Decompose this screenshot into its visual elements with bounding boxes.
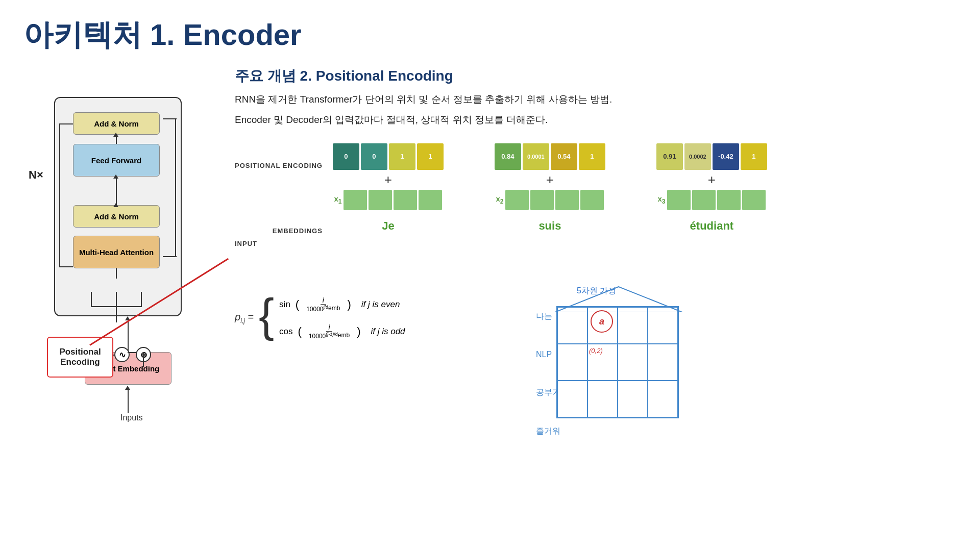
concept-title: 주요 개념 2. Positional Encoding (235, 66, 960, 86)
formula-cases: sin ( i 10000j/demb ) if j is even cos (… (279, 296, 405, 340)
enc-cell-2-2: 0.0001 (523, 143, 549, 170)
formula-cond-1: if j is even (361, 299, 400, 310)
plus-1: + (384, 172, 392, 188)
positional-encoding-label: POSITIONAL ENCODING (235, 147, 323, 184)
close-paren-2: ) (357, 325, 360, 338)
embeddings-label: EMBEDDINGS (235, 227, 323, 235)
multi-head-attention-block: Multi-Head Attention (73, 236, 160, 268)
plus-2: + (546, 172, 554, 188)
enc-cell-3-2: 0.0002 (684, 143, 711, 170)
x1-label: x1 (334, 194, 341, 205)
enc-bars-1: 0 0 1 1 (333, 143, 444, 170)
formula-sin: sin (279, 299, 290, 310)
sketch-coord: (0,2) (589, 347, 603, 355)
enc-cell-2-1: 0.84 (495, 143, 521, 170)
enc-cell-1-3: 1 (389, 143, 415, 170)
x3-label: x3 (657, 194, 665, 205)
enc-bars-3: 0.91 0.0002 -0.42 1 (656, 143, 767, 170)
enc-cell-1-1: 0 (333, 143, 359, 170)
sketch-grid-inner: a (0,2) (557, 307, 678, 417)
feed-forward-block: Feed Forward (73, 144, 160, 177)
formula-lhs: pi,j = (235, 311, 254, 324)
input-row: INPUT (235, 240, 960, 247)
open-paren-1: ( (296, 298, 299, 311)
sketch-circle: a (591, 310, 613, 333)
emb-row-3: x3 (657, 190, 766, 210)
formula-frac-2: i 10000(j-1)/demb (307, 323, 352, 340)
enc-bars-2: 0.84 0.0001 0.54 1 (495, 143, 605, 170)
add-norm-top-block: Add & Norm (73, 112, 160, 135)
enc-cell-2-4: 1 (579, 143, 605, 170)
sketch-area: 5차원 가정 나는 NLP 공부가 즐거워 a (0,2) (536, 286, 720, 480)
input-label: INPUT (235, 240, 257, 247)
formula-case-1: sin ( i 10000j/demb ) if j is even (279, 296, 405, 313)
formula-cos: cos (279, 327, 292, 337)
sketch-label-4: 즐거워 (536, 426, 560, 437)
wave-symbol: ∿ (114, 347, 130, 362)
enc-cell-3-3: -0.42 (713, 143, 739, 170)
formula-section: pi,j = { sin ( i 10000j/demb ) if j is e… (235, 296, 521, 340)
concept-title-highlight: Positional Encoding (316, 68, 453, 84)
right-content: 주요 개념 2. Positional Encoding RNN을 제거한 Tr… (235, 66, 960, 247)
svg-marker-0 (555, 287, 682, 312)
sketch-grid: a (0,2) (556, 306, 679, 418)
word-je: Je (382, 219, 394, 233)
diagram-area: N× Add & Norm Feed Forward Add & Norm Mu… (23, 66, 212, 423)
enc-cell-3-1: 0.91 (656, 143, 683, 170)
emb-row-2: x2 (496, 190, 604, 210)
nx-label: N× (29, 168, 43, 182)
open-paren-2: ( (298, 325, 302, 338)
plus-3: + (708, 172, 716, 188)
enc-cell-2-3: 0.54 (551, 143, 577, 170)
word-etudiant: étudiant (690, 219, 734, 233)
enc-cell-3-4: 1 (741, 143, 767, 170)
concept-title-prefix: 주요 개념 2. (235, 68, 316, 84)
close-paren-1: ) (347, 298, 351, 311)
outer-box: Add & Norm Feed Forward Add & Norm Multi… (54, 97, 182, 316)
inputs-label: Inputs (120, 413, 143, 422)
concept-desc-line1: RNN을 제거한 Transformer가 단어의 위치 및 순서 정보를 추출… (235, 92, 960, 107)
enc-cell-1-4: 1 (417, 143, 444, 170)
formula-case-2: cos ( i 10000(j-1)/demb ) if j is odd (279, 323, 405, 340)
x2-label: x2 (496, 194, 503, 205)
add-norm-mid-block: Add & Norm (73, 205, 160, 228)
page-title: 아키텍처 1. Encoder (23, 15, 302, 55)
formula-frac-1: i 10000j/demb (304, 296, 342, 313)
positional-encoding-box: Positional Encoding (47, 337, 113, 378)
brace: { (259, 292, 274, 338)
emb-row-1: x1 (334, 190, 442, 210)
word-suis: suis (538, 219, 561, 233)
enc-cell-1-2: 0 (361, 143, 387, 170)
formula-cond-2: if j is odd (371, 327, 405, 337)
concept-desc-line2: Encoder 및 Decoder의 입력값마다 절대적, 상대적 위치 정보를… (235, 112, 960, 128)
